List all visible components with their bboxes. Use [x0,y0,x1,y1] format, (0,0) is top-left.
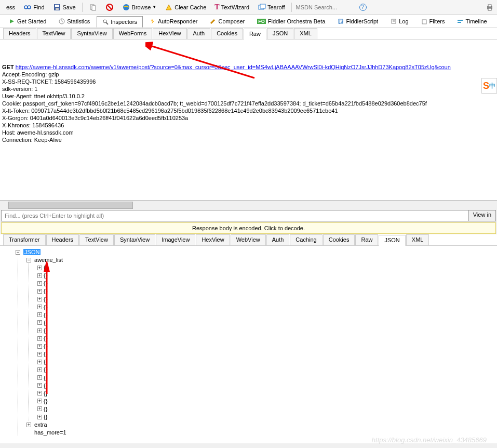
tab-autoresponder[interactable]: AutoResponder [144,16,203,27]
tree-list-item[interactable]: +{} [37,303,495,311]
req-tab-json[interactable]: JSON [267,28,293,39]
tree-list-item[interactable]: +{} [37,413,495,420]
expand-icon[interactable]: + [37,375,42,380]
tree-list-item[interactable]: +{} [37,397,495,405]
decode-response-bar[interactable]: Response body is encoded. Click to decod… [1,222,496,234]
tree-list-item[interactable]: +{} [37,295,495,303]
expand-icon[interactable]: + [37,336,42,341]
expand-icon[interactable]: + [37,266,42,270]
expand-icon[interactable]: + [37,312,42,317]
resp-tab-cookies[interactable]: Cookies [323,234,355,245]
expand-icon[interactable]: + [37,305,42,309]
copy-button[interactable] [86,2,100,13]
raw-request-pane[interactable]: GET https://aweme-hl.snssdk.com/aweme/v1… [0,39,497,201]
req-tab-headers[interactable]: Headers [3,28,36,39]
scroll-thumb[interactable] [8,202,133,209]
expand-icon[interactable]: + [37,297,42,301]
tree-list-item[interactable]: +{} [37,405,495,413]
resp-tab-imageview[interactable]: ImageView [156,234,195,245]
expand-icon[interactable]: + [37,360,42,364]
tree-list-item[interactable]: +{} [37,271,495,279]
expand-icon[interactable]: + [37,281,42,286]
expand-icon[interactable]: + [37,344,42,349]
resp-tab-auth[interactable]: Auth [266,234,290,245]
expand-icon[interactable]: + [37,352,42,357]
tree-list-item[interactable]: +{} [37,365,495,373]
tab-fiddlerscript[interactable]: js FiddlerScript [332,16,384,27]
view-in-button[interactable]: View in [468,210,495,221]
tree-list-item[interactable]: +{} [37,311,495,319]
find-button[interactable]: Find [20,2,47,13]
tab-fiddler-orchestra[interactable]: FO Fiddler Orchestra Beta [251,16,331,27]
tree-list-item[interactable]: +{} [37,319,495,326]
tearoff-button[interactable]: Tearoff [254,2,288,13]
resp-tab-transformer[interactable]: Transformer [3,234,46,245]
resp-tab-json[interactable]: JSON [379,235,405,246]
expand-icon[interactable]: + [37,289,42,294]
resp-tab-textview[interactable]: TextView [79,234,114,245]
help-icon[interactable]: ? [359,4,367,11]
tab-get-started[interactable]: Get Started [3,16,52,27]
expand-icon[interactable]: + [26,423,31,427]
req-tab-textview[interactable]: TextView [37,28,71,39]
tab-composer[interactable]: Composer [204,16,250,27]
expand-icon[interactable]: + [37,320,42,325]
tree-list-item[interactable]: +{} [37,326,495,334]
tree-root-label[interactable]: JSON [23,249,41,255]
tab-timeline[interactable]: Timeline [451,16,492,27]
ess-button[interactable]: ess [3,3,18,12]
find-input[interactable] [2,210,468,221]
collapse-icon[interactable]: − [26,258,31,262]
tree-aweme-list-node[interactable]: − aweme_list [26,256,495,263]
req-tab-auth[interactable]: Auth [187,28,211,39]
printer-icon[interactable] [486,3,494,11]
req-tab-webforms[interactable]: WebForms [113,28,153,39]
expand-icon[interactable]: + [37,406,42,411]
resp-tab-caching[interactable]: Caching [290,234,322,245]
resp-tab-webview[interactable]: WebView [231,234,266,245]
expand-icon[interactable]: + [37,273,42,278]
expand-icon[interactable]: + [37,415,42,419]
tree-list-item[interactable]: +{} [37,374,495,381]
req-tab-syntaxview[interactable]: SyntaxView [71,28,112,39]
save-button[interactable]: Save [50,2,79,13]
block-button[interactable] [102,2,117,13]
tree-list-item[interactable]: +{} [37,381,495,389]
msdn-search-input[interactable] [295,3,357,11]
expand-icon[interactable]: + [37,328,42,333]
resp-tab-raw[interactable]: Raw [355,234,378,245]
tab-inspectors[interactable]: Inspectors [97,16,143,28]
tree-list-item[interactable]: +{} [37,342,495,350]
browse-button[interactable]: Browse ▼ [119,2,160,13]
resp-tab-headers[interactable]: Headers [46,234,79,245]
expand-icon[interactable]: + [37,367,42,372]
tree-root-node[interactable]: − JSON [16,248,495,256]
req-tab-xml[interactable]: XML [294,28,317,39]
tree-list-item[interactable]: +{} [37,334,495,342]
json-tree-pane[interactable]: − JSON − aweme_list +{}+{}+{}+{}+{}+{}+{… [0,246,497,443]
tree-list-item[interactable]: +{} [37,350,495,358]
tree-list-item[interactable]: +{} [37,389,495,397]
expand-icon[interactable]: + [37,399,42,403]
clear-cache-button[interactable]: Clear Cache [162,2,209,13]
horizontal-scrollbar[interactable] [0,201,497,209]
textwizard-button[interactable]: T TextWizard [211,2,252,13]
tree-list-item[interactable]: +{} [37,287,495,295]
expand-icon[interactable]: + [37,391,42,396]
resp-tab-xml[interactable]: XML [406,234,429,245]
req-tab-cookies[interactable]: Cookies [211,28,243,39]
tab-log[interactable]: Log [385,16,414,27]
tree-list-item[interactable]: +{} [37,279,495,287]
request-url-link[interactable]: https://aweme-hl.snssdk.com/aweme/v1/awe… [16,64,451,70]
tree-list-item[interactable]: +{} [37,358,495,365]
tab-filters[interactable]: Filters [415,16,451,27]
tree-list-item[interactable]: +{} [37,263,495,271]
expand-icon[interactable]: + [37,383,42,388]
collapse-icon[interactable]: − [16,250,20,255]
resp-tab-syntaxview[interactable]: SyntaxView [114,234,155,245]
req-tab-hexview[interactable]: HexView [153,28,186,39]
tree-extra-node[interactable]: + extra [26,420,495,428]
tab-statistics[interactable]: Statistics [53,16,96,27]
resp-tab-hexview[interactable]: HexView [196,234,230,245]
tree-has-more-node[interactable]: has_more=1 [26,428,495,436]
